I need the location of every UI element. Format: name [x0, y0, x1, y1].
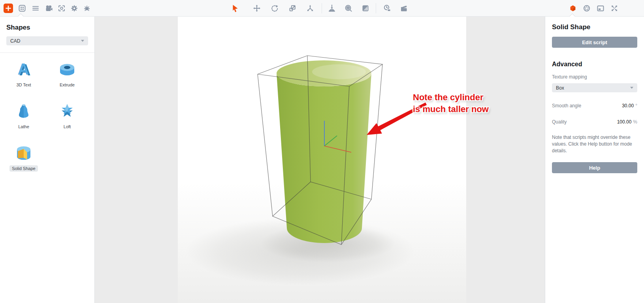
move-tool-button[interactable] — [251, 3, 262, 14]
shape-label: Extrude — [57, 82, 77, 88]
inspector-panel: Solid Shape Edit script Advanced Texture… — [545, 17, 644, 303]
frame-icon — [597, 4, 604, 12]
light-icon — [83, 4, 91, 12]
texture-mapping-dropdown[interactable]: Box — [552, 83, 637, 92]
move-icon — [253, 4, 261, 12]
shape-label: Solid Shape — [9, 165, 38, 172]
top-toolbar — [0, 0, 644, 17]
rotate-tool-button[interactable] — [269, 3, 280, 14]
fullscreen-icon — [610, 4, 618, 12]
smooth-angle-field[interactable]: Smooth angle 30.00 ° — [552, 103, 637, 108]
focus-button[interactable] — [56, 3, 67, 14]
add-button[interactable] — [3, 3, 14, 14]
distribute-tool-button[interactable] — [305, 3, 316, 14]
shape-library-icon — [18, 4, 26, 12]
soft-shadow-icon — [362, 4, 369, 12]
shapes-panel: Shapes CAD A A 3D Text Extr — [0, 17, 95, 303]
rotate-icon — [271, 4, 279, 12]
toolbar-separator — [322, 3, 322, 13]
menu-icon — [32, 4, 40, 12]
shape-item-solid-shape[interactable]: Solid Shape — [2, 141, 45, 182]
quality-label: Quality — [552, 119, 567, 125]
frame-button[interactable] — [595, 3, 606, 14]
annotation-line-2: is much taller now — [413, 103, 489, 115]
zoom-to-object-button[interactable] — [343, 3, 354, 14]
gear-icon — [70, 4, 78, 12]
shape-item-extrude[interactable]: Extrude — [45, 58, 89, 99]
distribute-icon — [306, 4, 314, 12]
video-button[interactable] — [398, 3, 409, 14]
annotation-text: Note the cylinder is much taller now — [413, 92, 489, 115]
loft-icon — [58, 102, 77, 121]
shape-item-3d-text[interactable]: A A 3D Text — [2, 58, 45, 99]
toolbar-separator — [376, 3, 376, 13]
quality-value[interactable]: 100.00 — [617, 119, 632, 125]
smooth-angle-unit: ° — [635, 103, 637, 108]
focus-icon — [58, 4, 66, 12]
edit-script-button[interactable]: Edit script — [552, 37, 637, 48]
shape-label: Lathe — [16, 123, 32, 130]
texture-mapping-label: Texture mapping — [552, 74, 637, 80]
clapperboard-icon — [400, 4, 408, 12]
view-cube-icon — [569, 4, 577, 12]
zoom-cube-icon — [345, 4, 352, 12]
light-button[interactable] — [81, 3, 92, 14]
shape-label: Loft — [61, 123, 73, 130]
shapes-panel-title: Shapes — [6, 24, 88, 32]
quality-field[interactable]: Quality 100.00 % — [552, 119, 637, 125]
soft-shadow-button[interactable] — [360, 3, 371, 14]
texture-mapping-value: Box — [556, 85, 564, 91]
viewport-canvas[interactable]: Note the cylinder is much taller now — [95, 17, 545, 303]
shape-item-lathe[interactable]: Lathe — [2, 99, 45, 140]
lathe-icon — [14, 102, 33, 121]
solid-view-button[interactable] — [567, 3, 578, 14]
drop-to-floor-button[interactable] — [326, 3, 337, 14]
add-icon — [4, 4, 13, 13]
select-tool-button[interactable] — [230, 3, 241, 14]
shape-grid: A A 3D Text Extrude — [0, 53, 94, 183]
material-ball-icon — [583, 4, 591, 12]
shape-item-loft[interactable]: Loft — [45, 99, 89, 140]
select-cursor-icon — [231, 4, 239, 13]
smooth-angle-value[interactable]: 30.00 — [622, 103, 634, 108]
svg-text:A: A — [18, 60, 29, 78]
chevron-down-icon — [81, 40, 84, 42]
inspector-title: Solid Shape — [552, 23, 637, 31]
fullscreen-button[interactable] — [609, 3, 620, 14]
chevron-down-icon — [630, 87, 633, 89]
shape-category-dropdown[interactable]: CAD — [6, 36, 88, 45]
camera-icon — [45, 4, 53, 12]
render-queue-button[interactable] — [382, 3, 393, 14]
settings-button[interactable] — [69, 3, 80, 14]
shape-library-button[interactable] — [17, 3, 28, 14]
quality-unit: % — [633, 119, 637, 125]
camera-button[interactable] — [43, 3, 55, 14]
help-button[interactable]: Help — [552, 162, 637, 173]
scale-tool-button[interactable] — [287, 3, 298, 14]
scale-icon — [288, 4, 296, 12]
3d-text-icon: A A — [14, 60, 33, 79]
material-ball-button[interactable] — [581, 3, 592, 14]
menu-button[interactable] — [30, 3, 41, 14]
shape-label: 3D Text — [14, 82, 33, 88]
extrude-icon — [58, 60, 77, 79]
solid-shape-icon — [14, 144, 33, 163]
smooth-angle-label: Smooth angle — [552, 103, 581, 108]
annotation-line-1: Note the cylinder — [413, 92, 489, 103]
clock-icon — [383, 4, 391, 12]
drop-to-floor-icon — [328, 4, 336, 12]
advanced-section-title: Advanced — [552, 61, 637, 68]
render-area — [178, 17, 466, 303]
scripts-note: Note that scripts might override these v… — [552, 134, 637, 154]
shape-category-value: CAD — [10, 38, 20, 44]
